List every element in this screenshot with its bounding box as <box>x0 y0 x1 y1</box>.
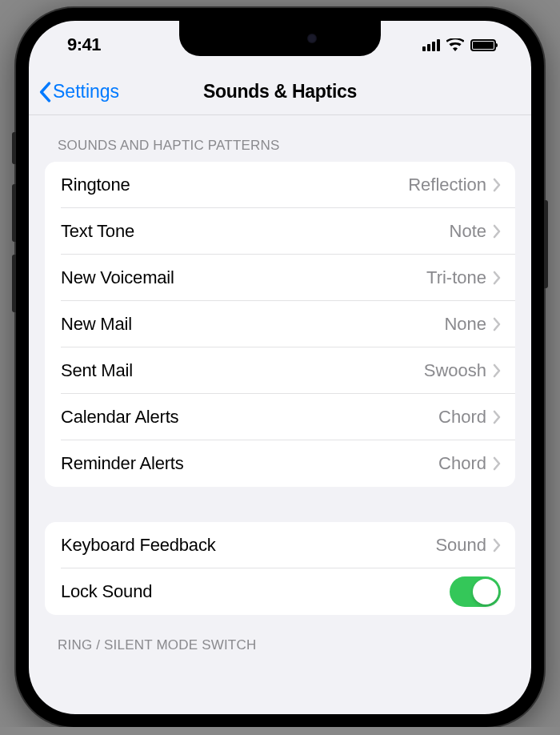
row-label: New Mail <box>61 314 444 335</box>
row-value: Chord <box>438 453 486 474</box>
chevron-back-icon <box>38 82 51 102</box>
row-label: New Voicemail <box>61 267 426 288</box>
row-label: Reminder Alerts <box>61 453 438 474</box>
section-header-patterns: SOUNDS AND HAPTIC PATTERNS <box>45 115 515 162</box>
row-sent-mail[interactable]: Sent Mail Swoosh <box>45 347 515 394</box>
cellular-icon <box>422 38 440 51</box>
row-label: Keyboard Feedback <box>61 535 435 556</box>
row-calendar-alerts[interactable]: Calendar Alerts Chord <box>45 394 515 440</box>
screen: 9:41 Settings Sounds & Haptics <box>29 21 531 714</box>
content: SOUNDS AND HAPTIC PATTERNS Ringtone Refl… <box>29 115 531 661</box>
row-value: Swoosh <box>424 360 486 381</box>
power-button <box>544 200 548 288</box>
chevron-right-icon <box>493 271 501 285</box>
row-new-voicemail[interactable]: New Voicemail Tri-tone <box>45 255 515 301</box>
row-value: None <box>444 314 486 335</box>
row-new-mail[interactable]: New Mail None <box>45 301 515 347</box>
row-ringtone[interactable]: Ringtone Reflection <box>45 162 515 208</box>
row-value: Sound <box>435 535 486 556</box>
phone-frame: 9:41 Settings Sounds & Haptics <box>16 8 544 727</box>
row-label: Ringtone <box>61 175 408 195</box>
row-lock-sound: Lock Sound <box>45 568 515 615</box>
notch <box>179 21 381 56</box>
row-reminder-alerts[interactable]: Reminder Alerts Chord <box>45 440 515 487</box>
battery-icon <box>470 39 496 51</box>
row-text-tone[interactable]: Text Tone Note <box>45 208 515 255</box>
chevron-right-icon <box>493 224 501 239</box>
chevron-right-icon <box>493 410 501 424</box>
row-value: Tri-tone <box>426 267 486 288</box>
row-value: Reflection <box>408 175 486 195</box>
row-value: Note <box>450 221 486 242</box>
row-label: Calendar Alerts <box>61 407 438 428</box>
chevron-right-icon <box>493 178 501 192</box>
row-keyboard-feedback[interactable]: Keyboard Feedback Sound <box>45 522 515 568</box>
back-button[interactable]: Settings <box>38 81 119 102</box>
status-time: 9:41 <box>67 34 101 55</box>
row-label: Text Tone <box>61 221 450 242</box>
section-header-ring-silent: RING / SILENT MODE SWITCH <box>45 615 515 661</box>
chevron-right-icon <box>493 317 501 331</box>
lock-sound-toggle[interactable] <box>450 576 501 607</box>
back-label: Settings <box>53 81 119 102</box>
chevron-right-icon <box>493 363 501 378</box>
group-keyboard-lock: Keyboard Feedback Sound Lock Sound <box>45 522 515 615</box>
chevron-right-icon <box>493 538 501 552</box>
group-sound-patterns: Ringtone Reflection Text Tone Note New V… <box>45 162 515 487</box>
nav-bar: Settings Sounds & Haptics <box>29 69 531 115</box>
chevron-right-icon <box>493 456 501 471</box>
status-icons <box>422 38 496 51</box>
row-label: Sent Mail <box>61 360 424 381</box>
wifi-icon <box>446 38 464 51</box>
row-label: Lock Sound <box>61 581 450 602</box>
row-value: Chord <box>438 407 486 428</box>
